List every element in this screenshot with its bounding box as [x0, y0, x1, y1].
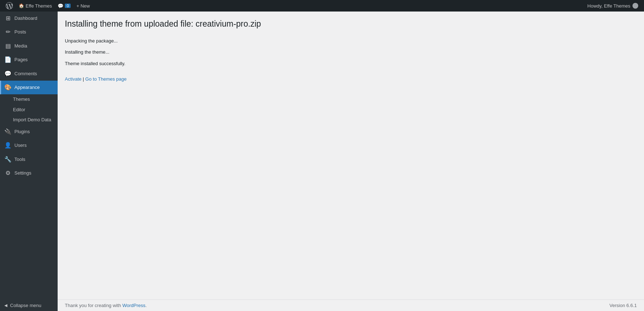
menu-spacer: [0, 180, 58, 300]
sidebar-item-import-demo[interactable]: Import Demo Data: [0, 115, 58, 125]
sidebar-item-appearance[interactable]: 🎨 Appearance: [0, 81, 58, 94]
sidebar-item-label: Settings: [14, 170, 31, 176]
admin-bar-right: Howdy, Effe Themes: [585, 3, 641, 9]
new-label: + New: [76, 3, 90, 9]
footer-text: Thank you for creating with: [65, 303, 122, 308]
collapse-menu-button[interactable]: ◀ Collapse menu: [0, 300, 58, 311]
sidebar-item-media[interactable]: ▤ Media: [0, 39, 58, 53]
comment-icon: 💬: [58, 3, 63, 9]
sidebar-item-label: Appearance: [14, 84, 40, 91]
pages-icon: 📄: [4, 56, 12, 64]
posts-icon: ✏: [4, 28, 12, 36]
settings-icon: ⚙: [4, 169, 12, 177]
activate-link[interactable]: Activate: [65, 76, 81, 82]
tools-icon: 🔧: [4, 156, 12, 163]
wp-logo-icon: [6, 2, 13, 9]
install-log-line3: Theme installed successfully.: [65, 59, 637, 68]
wp-body: ⊞ Dashboard ✏ Posts ▤ Media 📄 Pages 💬 Co…: [0, 12, 644, 311]
page-title: Installing theme from uploaded file: cre…: [65, 19, 637, 30]
collapse-icon: ◀: [4, 303, 7, 308]
appearance-icon: 🎨: [4, 84, 12, 91]
install-log-line1: Unpacking the package...: [65, 37, 637, 45]
users-icon: 👤: [4, 141, 12, 149]
sidebar-item-dashboard[interactable]: ⊞ Dashboard: [0, 12, 58, 25]
sidebar-item-label: Tools: [14, 156, 25, 163]
footer-version: Version 6.6.1: [609, 303, 637, 308]
dashboard-icon: ⊞: [4, 14, 12, 22]
sidebar-item-users[interactable]: 👤 Users: [0, 139, 58, 152]
install-log-line2: Installing the theme...: [65, 48, 637, 56]
sidebar-item-label: Plugins: [14, 129, 30, 135]
admin-bar-new[interactable]: + New: [73, 0, 93, 12]
install-actions: Activate | Go to Themes page: [65, 76, 637, 82]
sidebar-item-editor[interactable]: Editor: [0, 105, 58, 115]
admin-menu: ⊞ Dashboard ✏ Posts ▤ Media 📄 Pages 💬 Co…: [0, 12, 58, 311]
sidebar-item-posts[interactable]: ✏ Posts: [0, 25, 58, 39]
howdy-text: Howdy, Effe Themes: [587, 3, 630, 9]
comment-count: 0: [65, 4, 71, 8]
comments-icon: 💬: [4, 70, 12, 78]
sidebar-item-settings[interactable]: ⚙ Settings: [0, 166, 58, 180]
sidebar-item-tools[interactable]: 🔧 Tools: [0, 153, 58, 166]
footer-thank-you: Thank you for creating with WordPress.: [65, 303, 147, 308]
media-icon: ▤: [4, 42, 12, 50]
themes-label: Themes: [13, 96, 30, 103]
sidebar-item-label: Media: [14, 43, 27, 49]
action-separator: |: [81, 76, 85, 82]
sidebar-item-label: Dashboard: [14, 15, 37, 22]
go-themes-link[interactable]: Go to Themes page: [85, 76, 127, 82]
sidebar-item-label: Posts: [14, 29, 26, 35]
editor-label: Editor: [13, 107, 25, 113]
sidebar-item-label: Users: [14, 142, 27, 149]
sidebar-item-pages[interactable]: 📄 Pages: [0, 53, 58, 67]
site-icon: 🏠: [19, 3, 24, 8]
sidebar-item-comments[interactable]: 💬 Comments: [0, 67, 58, 81]
admin-bar-comments[interactable]: 💬 0: [55, 0, 73, 12]
admin-bar-wp-logo[interactable]: [3, 0, 16, 12]
collapse-label: Collapse menu: [10, 303, 41, 308]
sidebar-item-label: Comments: [14, 71, 37, 77]
footer: Thank you for creating with WordPress. V…: [58, 299, 644, 311]
howdy-section[interactable]: Howdy, Effe Themes: [585, 3, 641, 9]
admin-bar: 🏠 Effe Themes 💬 0 + New Howdy, Effe Them…: [0, 0, 644, 12]
plugins-icon: 🔌: [4, 128, 12, 136]
sidebar-item-themes[interactable]: Themes: [0, 94, 58, 104]
site-name-label: Effe Themes: [26, 3, 52, 9]
admin-bar-site-name[interactable]: 🏠 Effe Themes: [16, 0, 55, 12]
import-demo-label: Import Demo Data: [13, 117, 51, 123]
sidebar-item-label: Pages: [14, 57, 28, 63]
sidebar-item-plugins[interactable]: 🔌 Plugins: [0, 125, 58, 139]
footer-wp-link[interactable]: WordPress: [122, 303, 146, 308]
user-avatar: [632, 3, 638, 9]
main-content: Installing theme from uploaded file: cre…: [58, 12, 644, 299]
